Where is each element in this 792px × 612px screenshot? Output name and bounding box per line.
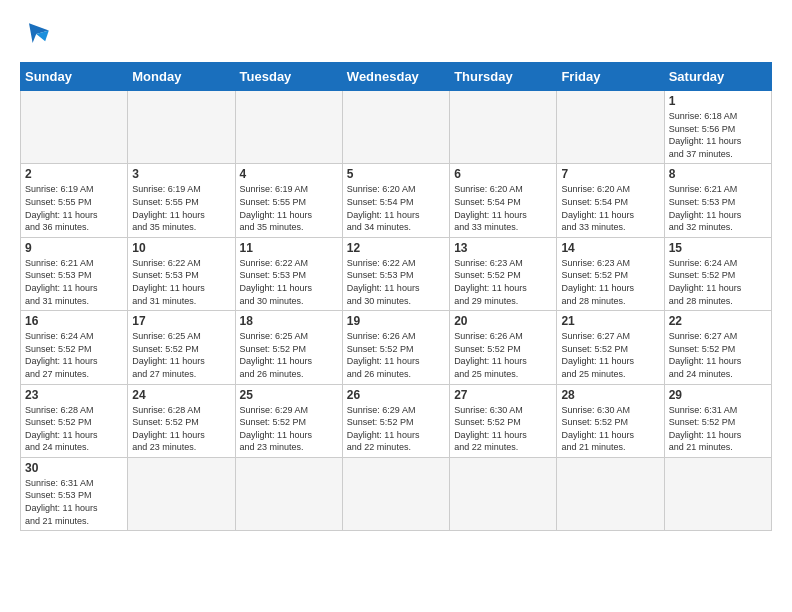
day-number: 2 [25,167,123,181]
day-number: 10 [132,241,230,255]
day-number: 1 [669,94,767,108]
day-info: Sunrise: 6:22 AMSunset: 5:53 PMDaylight:… [132,257,230,307]
day-number: 23 [25,388,123,402]
calendar-cell [21,91,128,164]
weekday-header-sunday: Sunday [21,63,128,91]
day-number: 17 [132,314,230,328]
day-info: Sunrise: 6:23 AMSunset: 5:52 PMDaylight:… [454,257,552,307]
calendar-cell: 22Sunrise: 6:27 AMSunset: 5:52 PMDayligh… [664,311,771,384]
day-number: 12 [347,241,445,255]
day-number: 18 [240,314,338,328]
calendar-cell: 4Sunrise: 6:19 AMSunset: 5:55 PMDaylight… [235,164,342,237]
day-number: 8 [669,167,767,181]
day-number: 9 [25,241,123,255]
logo [20,16,62,52]
calendar-table: SundayMondayTuesdayWednesdayThursdayFrid… [20,62,772,531]
day-number: 4 [240,167,338,181]
day-info: Sunrise: 6:20 AMSunset: 5:54 PMDaylight:… [347,183,445,233]
calendar-cell [128,457,235,530]
calendar-cell: 28Sunrise: 6:30 AMSunset: 5:52 PMDayligh… [557,384,664,457]
day-info: Sunrise: 6:29 AMSunset: 5:52 PMDaylight:… [240,404,338,454]
day-number: 22 [669,314,767,328]
day-info: Sunrise: 6:28 AMSunset: 5:52 PMDaylight:… [132,404,230,454]
calendar-cell: 26Sunrise: 6:29 AMSunset: 5:52 PMDayligh… [342,384,449,457]
weekday-header-thursday: Thursday [450,63,557,91]
day-info: Sunrise: 6:19 AMSunset: 5:55 PMDaylight:… [132,183,230,233]
day-info: Sunrise: 6:24 AMSunset: 5:52 PMDaylight:… [669,257,767,307]
day-info: Sunrise: 6:26 AMSunset: 5:52 PMDaylight:… [454,330,552,380]
day-number: 11 [240,241,338,255]
day-number: 6 [454,167,552,181]
day-info: Sunrise: 6:21 AMSunset: 5:53 PMDaylight:… [25,257,123,307]
day-info: Sunrise: 6:19 AMSunset: 5:55 PMDaylight:… [240,183,338,233]
day-number: 29 [669,388,767,402]
calendar-cell [342,91,449,164]
calendar-cell: 21Sunrise: 6:27 AMSunset: 5:52 PMDayligh… [557,311,664,384]
calendar-row-5: 30Sunrise: 6:31 AMSunset: 5:53 PMDayligh… [21,457,772,530]
weekday-header-monday: Monday [128,63,235,91]
day-number: 28 [561,388,659,402]
calendar-cell [664,457,771,530]
calendar-cell: 3Sunrise: 6:19 AMSunset: 5:55 PMDaylight… [128,164,235,237]
calendar-cell: 13Sunrise: 6:23 AMSunset: 5:52 PMDayligh… [450,237,557,310]
day-number: 26 [347,388,445,402]
weekday-header-friday: Friday [557,63,664,91]
calendar-cell: 1Sunrise: 6:18 AMSunset: 5:56 PMDaylight… [664,91,771,164]
calendar-cell: 5Sunrise: 6:20 AMSunset: 5:54 PMDaylight… [342,164,449,237]
calendar-cell: 24Sunrise: 6:28 AMSunset: 5:52 PMDayligh… [128,384,235,457]
day-number: 19 [347,314,445,328]
day-number: 3 [132,167,230,181]
calendar-cell [450,91,557,164]
calendar-page: SundayMondayTuesdayWednesdayThursdayFrid… [0,0,792,551]
calendar-cell [235,457,342,530]
calendar-cell [235,91,342,164]
day-info: Sunrise: 6:18 AMSunset: 5:56 PMDaylight:… [669,110,767,160]
day-info: Sunrise: 6:31 AMSunset: 5:53 PMDaylight:… [25,477,123,527]
calendar-cell: 9Sunrise: 6:21 AMSunset: 5:53 PMDaylight… [21,237,128,310]
calendar-row-0: 1Sunrise: 6:18 AMSunset: 5:56 PMDaylight… [21,91,772,164]
calendar-cell: 14Sunrise: 6:23 AMSunset: 5:52 PMDayligh… [557,237,664,310]
day-number: 16 [25,314,123,328]
calendar-cell [128,91,235,164]
day-number: 20 [454,314,552,328]
calendar-cell: 16Sunrise: 6:24 AMSunset: 5:52 PMDayligh… [21,311,128,384]
day-number: 13 [454,241,552,255]
day-info: Sunrise: 6:29 AMSunset: 5:52 PMDaylight:… [347,404,445,454]
day-info: Sunrise: 6:28 AMSunset: 5:52 PMDaylight:… [25,404,123,454]
calendar-cell: 6Sunrise: 6:20 AMSunset: 5:54 PMDaylight… [450,164,557,237]
calendar-cell: 17Sunrise: 6:25 AMSunset: 5:52 PMDayligh… [128,311,235,384]
calendar-cell: 19Sunrise: 6:26 AMSunset: 5:52 PMDayligh… [342,311,449,384]
weekday-header-tuesday: Tuesday [235,63,342,91]
calendar-row-4: 23Sunrise: 6:28 AMSunset: 5:52 PMDayligh… [21,384,772,457]
day-info: Sunrise: 6:25 AMSunset: 5:52 PMDaylight:… [240,330,338,380]
calendar-cell: 27Sunrise: 6:30 AMSunset: 5:52 PMDayligh… [450,384,557,457]
calendar-cell: 23Sunrise: 6:28 AMSunset: 5:52 PMDayligh… [21,384,128,457]
day-info: Sunrise: 6:22 AMSunset: 5:53 PMDaylight:… [347,257,445,307]
day-number: 14 [561,241,659,255]
day-info: Sunrise: 6:27 AMSunset: 5:52 PMDaylight:… [669,330,767,380]
day-number: 7 [561,167,659,181]
calendar-cell: 29Sunrise: 6:31 AMSunset: 5:52 PMDayligh… [664,384,771,457]
calendar-cell: 18Sunrise: 6:25 AMSunset: 5:52 PMDayligh… [235,311,342,384]
day-info: Sunrise: 6:31 AMSunset: 5:52 PMDaylight:… [669,404,767,454]
calendar-cell [557,457,664,530]
calendar-cell: 30Sunrise: 6:31 AMSunset: 5:53 PMDayligh… [21,457,128,530]
day-number: 30 [25,461,123,475]
day-info: Sunrise: 6:30 AMSunset: 5:52 PMDaylight:… [454,404,552,454]
calendar-cell: 20Sunrise: 6:26 AMSunset: 5:52 PMDayligh… [450,311,557,384]
calendar-row-1: 2Sunrise: 6:19 AMSunset: 5:55 PMDaylight… [21,164,772,237]
calendar-cell [342,457,449,530]
day-info: Sunrise: 6:30 AMSunset: 5:52 PMDaylight:… [561,404,659,454]
calendar-cell: 11Sunrise: 6:22 AMSunset: 5:53 PMDayligh… [235,237,342,310]
day-info: Sunrise: 6:20 AMSunset: 5:54 PMDaylight:… [561,183,659,233]
calendar-cell: 15Sunrise: 6:24 AMSunset: 5:52 PMDayligh… [664,237,771,310]
day-number: 21 [561,314,659,328]
day-number: 27 [454,388,552,402]
weekday-header-row: SundayMondayTuesdayWednesdayThursdayFrid… [21,63,772,91]
calendar-row-3: 16Sunrise: 6:24 AMSunset: 5:52 PMDayligh… [21,311,772,384]
day-info: Sunrise: 6:27 AMSunset: 5:52 PMDaylight:… [561,330,659,380]
day-info: Sunrise: 6:23 AMSunset: 5:52 PMDaylight:… [561,257,659,307]
day-info: Sunrise: 6:24 AMSunset: 5:52 PMDaylight:… [25,330,123,380]
day-info: Sunrise: 6:25 AMSunset: 5:52 PMDaylight:… [132,330,230,380]
calendar-cell [557,91,664,164]
